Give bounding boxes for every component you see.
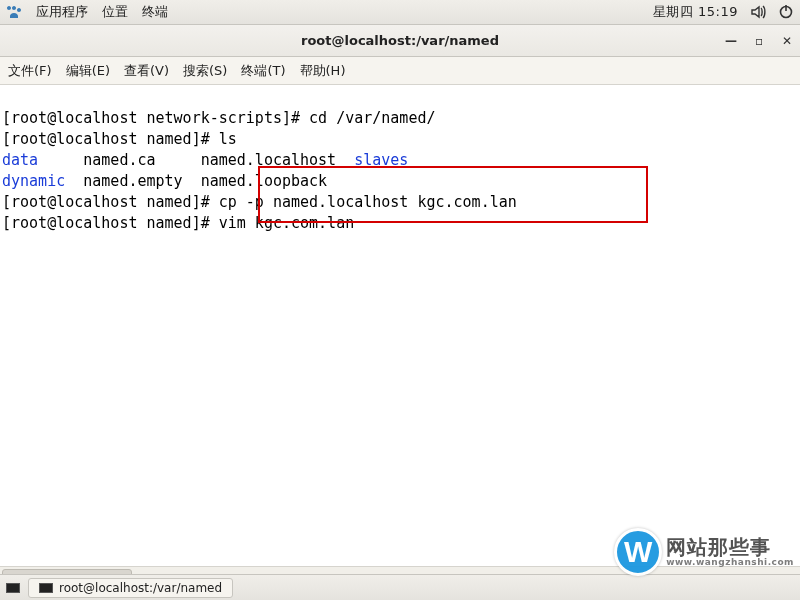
taskbar: root@localhost:/var/named (0, 574, 800, 600)
clock[interactable]: 星期四 15:19 (653, 3, 738, 21)
window-titlebar: root@localhost:/var/named — ▫ ✕ (0, 25, 800, 57)
applications-icon[interactable] (6, 4, 22, 20)
maximize-button[interactable]: ▫ (752, 34, 766, 48)
minimize-button[interactable]: — (724, 34, 738, 48)
menu-file[interactable]: 文件(F) (8, 62, 52, 80)
window-title: root@localhost:/var/named (301, 33, 499, 48)
window-controls: — ▫ ✕ (724, 25, 794, 56)
panel-left: 应用程序 位置 终端 (6, 3, 168, 21)
close-button[interactable]: ✕ (780, 34, 794, 48)
terminal-area[interactable]: [root@localhost network-scripts]# cd /va… (0, 85, 800, 566)
prompt-line: [root@localhost named]# cp -p named.loca… (2, 193, 517, 211)
terminal-icon (39, 583, 53, 593)
menu-help[interactable]: 帮助(H) (300, 62, 346, 80)
top-panel: 应用程序 位置 终端 星期四 15:19 (0, 0, 800, 25)
menu-edit[interactable]: 编辑(E) (66, 62, 110, 80)
places-menu[interactable]: 位置 (102, 3, 128, 21)
prompt-line: [root@localhost named]# vim kgc.com.lan (2, 214, 354, 232)
terminal-menu[interactable]: 终端 (142, 3, 168, 21)
menu-search[interactable]: 搜索(S) (183, 62, 227, 80)
svg-rect-1 (785, 5, 787, 11)
power-icon[interactable] (778, 4, 794, 20)
ls-output: dynamic named.empty named.loopback (2, 172, 327, 190)
prompt-line: [root@localhost named]# ls (2, 130, 237, 148)
panel-right: 星期四 15:19 (653, 3, 794, 21)
menubar: 文件(F) 编辑(E) 查看(V) 搜索(S) 终端(T) 帮助(H) (0, 57, 800, 85)
taskbar-item-label: root@localhost:/var/named (59, 581, 222, 595)
prompt-line: [root@localhost network-scripts]# cd /va… (2, 109, 435, 127)
ls-output: data named.ca named.localhost slaves (2, 151, 408, 169)
volume-icon[interactable] (750, 4, 766, 20)
menu-view[interactable]: 查看(V) (124, 62, 169, 80)
menu-terminal[interactable]: 终端(T) (241, 62, 285, 80)
taskbar-item-terminal[interactable]: root@localhost:/var/named (28, 578, 233, 598)
applications-menu[interactable]: 应用程序 (36, 3, 88, 21)
terminal-icon[interactable] (6, 583, 20, 593)
